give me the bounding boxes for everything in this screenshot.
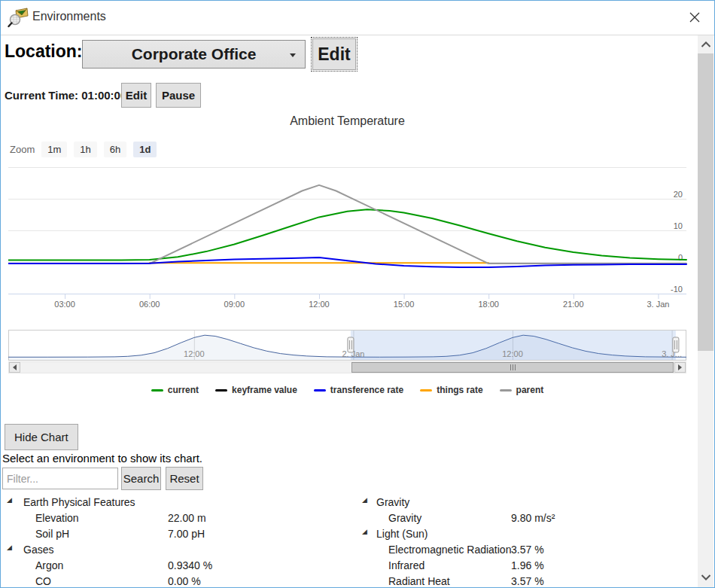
- environment-hint-text: Select an environment to show its chart.: [2, 452, 202, 465]
- scrollbar-up-button[interactable]: [698, 37, 713, 52]
- expander-icon[interactable]: ◢: [362, 496, 367, 504]
- navigator-left-handle[interactable]: [348, 337, 354, 352]
- environment-tree-right-column: ◢GravityGravity9.80 m/s²◢Light (Sun)Elec…: [359, 494, 695, 588]
- tree-item-label: Infrared: [388, 559, 424, 571]
- chevron-down-icon: [290, 53, 296, 57]
- legend-label: keyframe value: [232, 385, 297, 395]
- x-tick-label: 21:00: [563, 300, 584, 309]
- tree-item-value: 0.00 %: [168, 575, 201, 587]
- tree-item-value: 7.00 pH: [168, 528, 205, 540]
- legend-label: parent: [516, 385, 544, 395]
- window-scrollbar[interactable]: [698, 35, 713, 588]
- grip-icon: [510, 364, 516, 370]
- tree-item-label: Electromagnetic Radiation: [388, 544, 511, 556]
- legend-item-things-rate[interactable]: things rate: [420, 385, 482, 395]
- filter-input[interactable]: [2, 468, 118, 489]
- chart-scrollbar-left-button[interactable]: [9, 362, 20, 373]
- tree-item-row[interactable]: Argon0.9340 %: [2, 557, 352, 573]
- x-tick-label: 18:00: [478, 300, 499, 309]
- close-button[interactable]: [680, 4, 710, 31]
- tree-item-label: Elevation: [35, 512, 79, 524]
- tree-item-row[interactable]: Infrared1.96 %: [359, 557, 695, 573]
- y-tick-label: 10: [674, 221, 683, 230]
- app-icon: [8, 7, 29, 28]
- chevron-up-icon: [701, 41, 711, 47]
- legend-item-parent[interactable]: parent: [500, 385, 544, 395]
- legend-label: things rate: [437, 385, 482, 395]
- legend-swatch: [420, 389, 432, 391]
- chart-title: Ambient Temperature: [8, 114, 686, 128]
- tree-item-row[interactable]: CO0.00 %: [2, 573, 352, 588]
- chart-navigator[interactable]: 12:002. Jan12:003. J...: [8, 330, 686, 361]
- location-select[interactable]: Corporate Office: [82, 40, 306, 69]
- y-tick-label: -10: [671, 285, 683, 294]
- x-tick-label: 3. Jan: [647, 300, 669, 309]
- x-tick-label: 15:00: [394, 300, 415, 309]
- tree-item-value: 3.57 %: [511, 575, 544, 587]
- legend-item-current[interactable]: current: [151, 385, 199, 395]
- navigator-right-handle[interactable]: [673, 337, 679, 352]
- tree-item-row[interactable]: Electromagnetic Radiation3.57 %: [359, 541, 695, 557]
- tree-item-label: CO: [35, 575, 51, 587]
- tree-item-row[interactable]: Gravity9.80 m/s²: [359, 510, 695, 526]
- zoom-button-1d[interactable]: 1d: [133, 142, 157, 157]
- chart-zoom-controls: Zoom 1m1h6h1d: [10, 142, 157, 157]
- time-edit-button[interactable]: Edit: [121, 83, 151, 108]
- tree-group-row[interactable]: ◢Earth Physical Features: [2, 494, 352, 510]
- expander-icon[interactable]: ◢: [362, 528, 367, 535]
- location-label: Location:: [5, 41, 83, 62]
- tree-group-row[interactable]: ◢Gravity: [359, 494, 695, 510]
- zoom-label: Zoom: [10, 144, 35, 155]
- legend-label: transference rate: [330, 385, 403, 395]
- y-tick-label: 20: [674, 190, 683, 199]
- current-time-caption: Current Time:: [5, 89, 81, 102]
- x-tick-label: 09:00: [224, 300, 245, 309]
- tree-group-label: Earth Physical Features: [23, 496, 135, 508]
- tree-group-row[interactable]: ◢Gases: [2, 541, 352, 557]
- legend-item-transference-rate[interactable]: transference rate: [314, 385, 403, 395]
- window-title: Environments: [32, 10, 106, 23]
- arrow-left-icon: [13, 364, 17, 370]
- tree-group-label: Gravity: [376, 496, 409, 508]
- tree-group-row[interactable]: ◢Light (Sun): [359, 526, 695, 541]
- series-parent: [8, 185, 686, 264]
- x-tick-label: 06:00: [139, 300, 160, 309]
- hide-chart-button[interactable]: Hide Chart: [5, 424, 78, 450]
- zoom-button-6h[interactable]: 6h: [104, 142, 126, 157]
- navigator-tick-label: 12:00: [184, 349, 205, 358]
- scrollbar-down-button[interactable]: [698, 570, 713, 585]
- tree-item-value: 3.57 %: [511, 544, 544, 556]
- reset-button[interactable]: Reset: [166, 467, 203, 490]
- tree-item-label: Radiant Heat: [388, 575, 450, 587]
- location-edit-button[interactable]: Edit: [312, 38, 356, 70]
- tree-group-label: Light (Sun): [376, 528, 427, 540]
- y-tick-label: 0: [678, 253, 683, 262]
- current-time-label: Current Time: 01:00:00: [5, 89, 126, 102]
- tree-item-label: Argon: [35, 559, 63, 571]
- chart-scrollbar[interactable]: [8, 361, 686, 373]
- titlebar: Environments: [1, 1, 714, 35]
- zoom-button-1h[interactable]: 1h: [74, 142, 96, 157]
- search-button[interactable]: Search: [121, 467, 161, 490]
- time-pause-button[interactable]: Pause: [156, 83, 201, 108]
- expander-icon[interactable]: ◢: [7, 544, 12, 551]
- tree-item-row[interactable]: Soil pH7.00 pH: [2, 526, 352, 541]
- location-select-value: Corporate Office: [132, 45, 257, 63]
- tree-item-value: 22.00 m: [168, 512, 206, 524]
- arrow-right-icon: [678, 364, 682, 370]
- tree-item-row[interactable]: Elevation22.00 m: [2, 510, 352, 526]
- series-current: [8, 209, 686, 260]
- environments-window: Environments Location: Corporate Office …: [0, 0, 715, 588]
- zoom-button-1m[interactable]: 1m: [41, 142, 67, 157]
- chart-scrollbar-right-button[interactable]: [674, 362, 686, 373]
- legend-swatch: [151, 389, 163, 391]
- main-chart[interactable]: 03:0006:0009:0012:0015:0018:0021:003. Ja…: [8, 159, 693, 313]
- tree-item-label: Gravity: [388, 512, 421, 524]
- legend-item-keyframe-value[interactable]: keyframe value: [215, 385, 297, 395]
- expander-icon[interactable]: ◢: [7, 496, 12, 504]
- tree-item-label: Soil pH: [35, 528, 69, 540]
- legend-swatch: [314, 389, 326, 391]
- chart-scrollbar-thumb[interactable]: [351, 362, 674, 373]
- tree-item-row[interactable]: Radiant Heat3.57 %: [359, 573, 695, 588]
- scrollbar-thumb[interactable]: [698, 53, 713, 351]
